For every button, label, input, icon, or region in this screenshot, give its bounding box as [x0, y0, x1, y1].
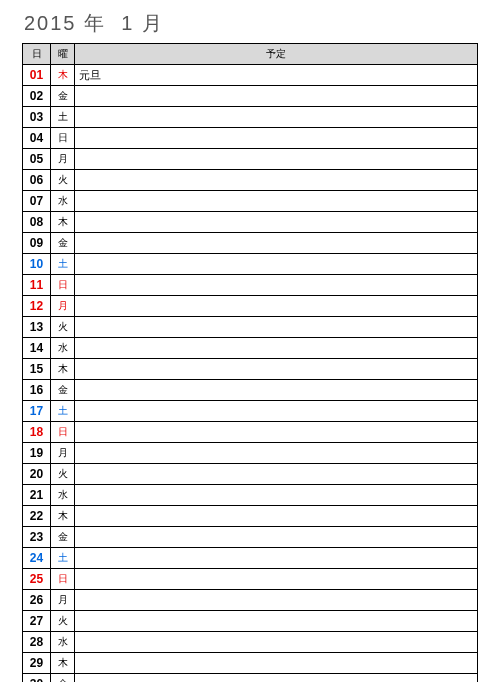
table-row: 21水	[23, 485, 478, 506]
day-cell: 10	[23, 254, 51, 275]
plan-cell	[75, 296, 478, 317]
plan-cell	[75, 485, 478, 506]
day-cell: 05	[23, 149, 51, 170]
day-cell: 14	[23, 338, 51, 359]
table-row: 18日	[23, 422, 478, 443]
plan-cell	[75, 107, 478, 128]
plan-cell	[75, 443, 478, 464]
dow-cell: 日	[51, 275, 75, 296]
dow-cell: 金	[51, 380, 75, 401]
dow-cell: 金	[51, 674, 75, 683]
plan-cell	[75, 548, 478, 569]
day-cell: 18	[23, 422, 51, 443]
table-row: 22木	[23, 506, 478, 527]
day-cell: 25	[23, 569, 51, 590]
day-cell: 15	[23, 359, 51, 380]
day-cell: 20	[23, 464, 51, 485]
table-body: 01木元旦02金03土04日05月06火07水08木09金10土11日12月13…	[23, 65, 478, 683]
plan-cell	[75, 422, 478, 443]
plan-cell	[75, 233, 478, 254]
dow-cell: 火	[51, 464, 75, 485]
dow-cell: 月	[51, 443, 75, 464]
table-row: 11日	[23, 275, 478, 296]
dow-cell: 日	[51, 569, 75, 590]
header-dow: 曜	[51, 44, 75, 65]
day-cell: 21	[23, 485, 51, 506]
day-cell: 11	[23, 275, 51, 296]
plan-cell	[75, 527, 478, 548]
table-row: 30金	[23, 674, 478, 683]
plan-cell	[75, 653, 478, 674]
table-row: 04日	[23, 128, 478, 149]
table-row: 05月	[23, 149, 478, 170]
dow-cell: 金	[51, 527, 75, 548]
table-row: 29木	[23, 653, 478, 674]
plan-cell	[75, 317, 478, 338]
plan-cell	[75, 338, 478, 359]
day-cell: 13	[23, 317, 51, 338]
day-cell: 17	[23, 401, 51, 422]
table-row: 12月	[23, 296, 478, 317]
plan-cell	[75, 86, 478, 107]
dow-cell: 月	[51, 149, 75, 170]
day-cell: 29	[23, 653, 51, 674]
table-row: 16金	[23, 380, 478, 401]
table-row: 07水	[23, 191, 478, 212]
header-plan: 予定	[75, 44, 478, 65]
day-cell: 09	[23, 233, 51, 254]
dow-cell: 日	[51, 128, 75, 149]
dow-cell: 木	[51, 506, 75, 527]
day-cell: 26	[23, 590, 51, 611]
plan-cell	[75, 380, 478, 401]
dow-cell: 土	[51, 548, 75, 569]
dow-cell: 土	[51, 401, 75, 422]
table-row: 08木	[23, 212, 478, 233]
plan-cell	[75, 674, 478, 683]
plan-cell	[75, 191, 478, 212]
table-row: 03土	[23, 107, 478, 128]
day-cell: 27	[23, 611, 51, 632]
table-row: 15木	[23, 359, 478, 380]
dow-cell: 木	[51, 653, 75, 674]
day-cell: 28	[23, 632, 51, 653]
dow-cell: 水	[51, 338, 75, 359]
schedule-table: 日 曜 予定 01木元旦02金03土04日05月06火07水08木09金10土1…	[22, 43, 478, 682]
table-row: 06火	[23, 170, 478, 191]
day-cell: 24	[23, 548, 51, 569]
dow-cell: 水	[51, 632, 75, 653]
table-row: 13火	[23, 317, 478, 338]
plan-cell	[75, 212, 478, 233]
table-row: 20火	[23, 464, 478, 485]
dow-cell: 火	[51, 170, 75, 191]
plan-cell: 元旦	[75, 65, 478, 86]
header-day: 日	[23, 44, 51, 65]
dow-cell: 火	[51, 317, 75, 338]
plan-cell	[75, 254, 478, 275]
table-row: 27火	[23, 611, 478, 632]
day-cell: 01	[23, 65, 51, 86]
month-unit: 月	[142, 12, 164, 34]
dow-cell: 金	[51, 233, 75, 254]
dow-cell: 木	[51, 359, 75, 380]
day-cell: 07	[23, 191, 51, 212]
plan-cell	[75, 464, 478, 485]
plan-cell	[75, 275, 478, 296]
table-row: 02金	[23, 86, 478, 107]
dow-cell: 水	[51, 191, 75, 212]
plan-cell	[75, 359, 478, 380]
dow-cell: 火	[51, 611, 75, 632]
day-cell: 19	[23, 443, 51, 464]
day-cell: 22	[23, 506, 51, 527]
dow-cell: 月	[51, 590, 75, 611]
day-cell: 04	[23, 128, 51, 149]
dow-cell: 水	[51, 485, 75, 506]
plan-cell	[75, 569, 478, 590]
day-cell: 03	[23, 107, 51, 128]
dow-cell: 日	[51, 422, 75, 443]
table-row: 17土	[23, 401, 478, 422]
plan-cell	[75, 611, 478, 632]
plan-cell	[75, 632, 478, 653]
plan-cell	[75, 401, 478, 422]
plan-cell	[75, 590, 478, 611]
dow-cell: 土	[51, 254, 75, 275]
